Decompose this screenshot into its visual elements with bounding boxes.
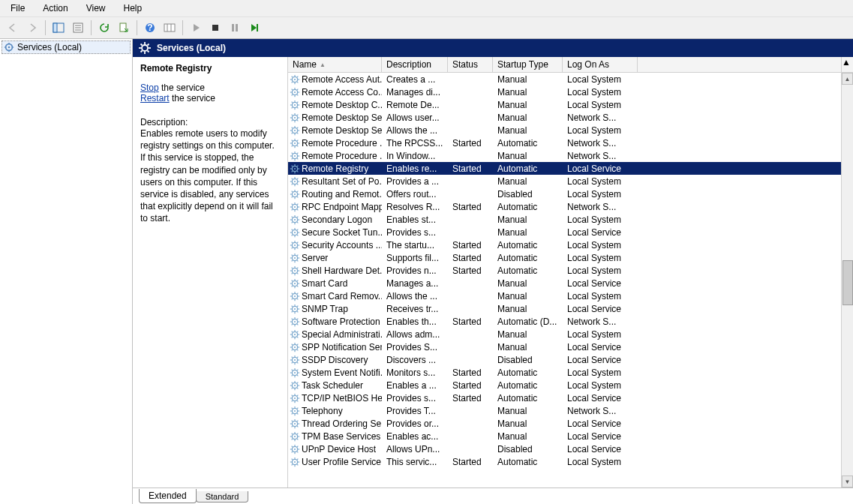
service-row[interactable]: Secondary LogonEnables st...ManualLocal … — [288, 213, 853, 226]
refresh-button[interactable] — [96, 20, 113, 36]
service-row[interactable]: Smart CardManages a...ManualLocal Servic… — [288, 277, 853, 290]
cell-startup: Manual — [493, 176, 563, 187]
svg-line-298 — [297, 413, 298, 414]
svg-line-180 — [297, 254, 298, 255]
vertical-scrollbar[interactable]: ▲ ▼ — [841, 73, 853, 488]
cell-logon: Network S... — [563, 112, 638, 123]
service-row[interactable]: Remote Access Co...Manages di...ManualLo… — [288, 86, 853, 98]
svg-line-147 — [292, 216, 293, 217]
svg-line-28 — [148, 51, 149, 52]
cell-logon: Local Service — [563, 304, 638, 314]
service-row[interactable]: Software ProtectionEnables th...StartedA… — [288, 315, 853, 328]
service-row[interactable]: TelephonyProvides T...ManualNetwork S... — [288, 404, 853, 417]
service-row[interactable]: Special Administrati...Allows adm...Manu… — [288, 328, 853, 340]
tree-item-label: Services (Local) — [17, 42, 82, 52]
svg-line-168 — [297, 248, 298, 248]
svg-line-220 — [297, 305, 298, 306]
service-row[interactable]: TPM Base ServicesEnables ac...ManualLoca… — [288, 430, 853, 442]
svg-rect-15 — [257, 24, 258, 32]
stop-service-button[interactable] — [207, 20, 224, 36]
tab-standard[interactable]: Standard — [196, 491, 249, 502]
service-row[interactable]: Remote Desktop Se...Allows the ...Manual… — [288, 124, 853, 136]
service-row[interactable]: Remote RegistryEnables re...StartedAutom… — [288, 162, 853, 175]
scroll-down-button[interactable]: ▼ — [842, 476, 853, 488]
restart-service-button[interactable] — [246, 20, 263, 36]
svg-line-240 — [297, 331, 298, 332]
service-row[interactable]: Remote Procedure ...The RPCSS...StartedA… — [288, 136, 853, 149]
forward-button[interactable] — [24, 20, 41, 36]
tree-item-services-local[interactable]: Services (Local) — [2, 40, 131, 54]
help-button[interactable]: ? — [142, 20, 158, 36]
cell-status: Started — [448, 240, 493, 250]
cell-name: Smart Card Remov... — [288, 291, 382, 302]
service-row[interactable]: Remote Access Aut...Creates a ...ManualL… — [288, 73, 853, 86]
pause-service-button[interactable] — [227, 20, 243, 36]
columns-button[interactable] — [161, 20, 178, 36]
export-list-button[interactable] — [116, 20, 132, 36]
service-row[interactable]: Remote Desktop C...Remote De...ManualLoc… — [288, 98, 853, 111]
back-button[interactable] — [5, 20, 21, 36]
scroll-up-button[interactable]: ▲ — [842, 73, 853, 85]
svg-line-178 — [297, 260, 298, 261]
menu-help[interactable]: Help — [116, 2, 150, 15]
svg-line-197 — [292, 280, 293, 280]
svg-point-312 — [294, 435, 296, 436]
service-row[interactable]: Remote Procedure ...In Window...ManualNe… — [288, 149, 853, 162]
svg-point-152 — [294, 231, 296, 232]
cell-logon: Network S... — [563, 316, 638, 327]
stop-link[interactable]: Stop — [140, 82, 159, 93]
cell-startup: Manual — [493, 278, 563, 289]
restart-link[interactable]: Restart — [140, 93, 170, 104]
service-row[interactable]: Remote Desktop Se...Allows user...Manual… — [288, 111, 853, 124]
svg-line-139 — [292, 209, 293, 210]
cell-description: Resolves R... — [382, 202, 448, 212]
service-row[interactable]: SSDP DiscoveryDiscovers ...DisabledLocal… — [288, 353, 853, 366]
show-hide-tree-button[interactable] — [50, 20, 67, 36]
svg-line-80 — [297, 127, 298, 128]
cell-description: The startu... — [382, 240, 448, 250]
cell-logon: Local Service — [563, 227, 638, 238]
service-row[interactable]: Smart Card Remov...Allows the ...ManualL… — [288, 290, 853, 302]
svg-line-98 — [297, 158, 298, 159]
col-header-startup-type[interactable]: Startup Type — [493, 57, 563, 73]
cell-description: Enables th... — [382, 316, 448, 327]
svg-line-328 — [297, 452, 298, 452]
col-header-log-on-as[interactable]: Log On As — [563, 57, 638, 73]
service-row[interactable]: RPC Endpoint MapperResolves R...StartedA… — [288, 200, 853, 213]
service-row[interactable]: Routing and Remot...Offers rout...Disabl… — [288, 188, 853, 200]
svg-line-297 — [292, 407, 293, 408]
service-row[interactable]: Resultant Set of Po...Provides a ...Manu… — [288, 175, 853, 188]
start-service-button[interactable] — [188, 20, 204, 36]
service-row[interactable]: User Profile ServiceThis servic...Starte… — [288, 455, 853, 468]
rows-viewport[interactable]: Remote Access Aut...Creates a ...ManualL… — [288, 73, 853, 488]
svg-line-327 — [292, 446, 293, 446]
cell-name: Remote Desktop C... — [288, 100, 382, 110]
svg-point-182 — [294, 269, 296, 271]
svg-line-279 — [292, 388, 293, 388]
cell-logon: Local System — [563, 266, 638, 276]
service-row[interactable]: SPP Notification Ser...Provides S...Manu… — [288, 340, 853, 353]
svg-line-130 — [297, 190, 298, 191]
service-row[interactable]: Task SchedulerEnables a ...StartedAutoma… — [288, 379, 853, 392]
menu-action[interactable]: Action — [35, 2, 75, 15]
service-row[interactable]: Security Accounts ...The startu...Starte… — [288, 238, 853, 251]
service-row[interactable]: SNMP TrapReceives tr...ManualLocal Servi… — [288, 302, 853, 315]
col-header-description[interactable]: Description — [382, 57, 448, 73]
menu-file[interactable]: File — [3, 2, 32, 15]
scroll-thumb[interactable] — [842, 260, 853, 305]
svg-line-208 — [297, 298, 298, 299]
service-row[interactable]: Secure Socket Tun...Provides s...ManualL… — [288, 226, 853, 238]
service-row[interactable]: Shell Hardware Det...Provides n...Starte… — [288, 264, 853, 277]
col-header-name[interactable]: Name — [288, 57, 382, 73]
service-row[interactable]: UPnP Device HostAllows UPn...DisabledLoc… — [288, 442, 853, 455]
col-header-status[interactable]: Status — [448, 57, 493, 73]
tab-extended[interactable]: Extended — [139, 489, 197, 503]
service-row[interactable]: TCP/IP NetBIOS He...Provides s...Started… — [288, 392, 853, 404]
service-row[interactable]: System Event Notifi...Monitors s...Start… — [288, 366, 853, 379]
service-row[interactable]: Thread Ordering Se...Provides or...Manua… — [288, 417, 853, 430]
svg-line-219 — [292, 311, 293, 312]
menu-view[interactable]: View — [79, 2, 113, 15]
properties-button[interactable] — [70, 20, 86, 36]
service-row[interactable]: ServerSupports fil...StartedAutomaticLoc… — [288, 251, 853, 264]
toolbar-separator — [45, 20, 46, 35]
